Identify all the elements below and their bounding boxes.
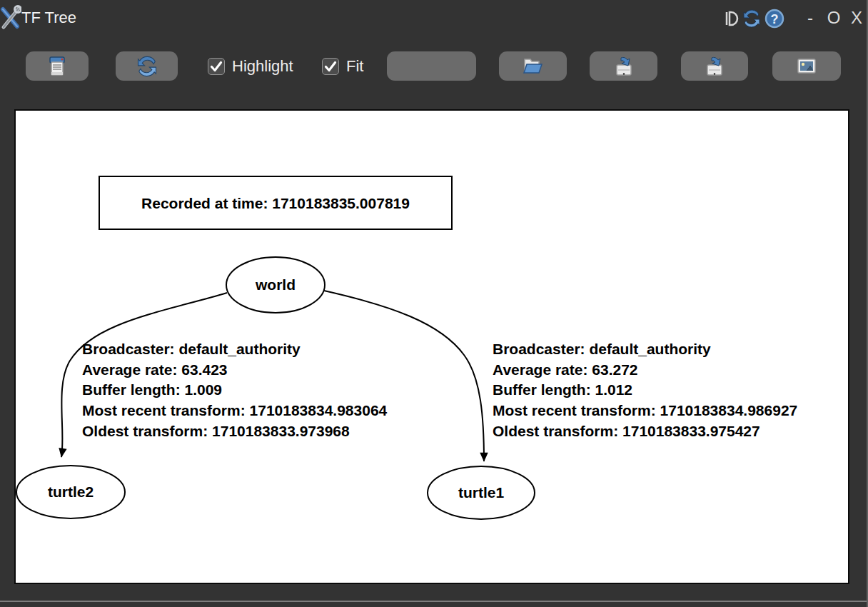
recorded-time-box: Recorded at time: 1710183835.007819	[99, 176, 452, 229]
save-svg-button[interactable]	[681, 51, 748, 81]
folder-open-icon	[520, 55, 546, 78]
node-label: turtle1	[458, 484, 505, 501]
filter-input[interactable]	[387, 51, 476, 81]
node-label: turtle2	[48, 483, 94, 500]
close-button[interactable]: X	[846, 0, 867, 37]
edge-label-line: Average rate: 63.423	[82, 361, 228, 378]
print-button[interactable]	[26, 51, 89, 81]
tf-graph-canvas[interactable]: Recorded at time: 1710183835.007819 Broa…	[14, 109, 849, 584]
node-world[interactable]: world	[226, 257, 325, 313]
node-label: world	[255, 276, 296, 293]
save-image-button[interactable]	[772, 51, 841, 81]
tf-tree-window: TF Tree ? - O X	[0, 0, 868, 607]
edge-label-line: Buffer length: 1.009	[82, 381, 222, 398]
fit-checkbox[interactable]	[322, 58, 339, 75]
edge-label-turtle1: Broadcaster: default_authority Average r…	[493, 341, 797, 439]
save-dot-icon	[612, 55, 636, 78]
recorded-time-label: Recorded at time: 1710183835.007819	[141, 195, 410, 211]
help-icon[interactable]: ?	[764, 8, 785, 29]
highlight-label[interactable]: Highlight	[232, 51, 293, 81]
save-dot-button[interactable]	[590, 51, 657, 81]
save-svg-icon	[702, 55, 727, 78]
titlebar: TF Tree ? - O X	[0, 0, 867, 37]
refresh-button[interactable]	[116, 51, 178, 81]
edge-label-line: Most recent transform: 1710183834.983064	[82, 402, 388, 418]
node-turtle1[interactable]: turtle1	[428, 466, 535, 519]
highlight-checkbox[interactable]	[208, 58, 225, 75]
edge-label-line: Oldest transform: 1710183833.975427	[493, 423, 760, 439]
edge-label-turtle2: Broadcaster: default_authority Average r…	[82, 341, 388, 439]
check-icon	[209, 59, 223, 74]
edge-label-line: Broadcaster: default_authority	[493, 341, 711, 357]
printer-icon	[45, 55, 69, 78]
edge-label-line: Average rate: 63.272	[493, 361, 638, 378]
rqt-tools-icon	[0, 5, 21, 31]
reload-plugin-icon[interactable]	[741, 8, 762, 29]
help-glyph: ?	[771, 12, 779, 26]
maximize-button[interactable]: O	[823, 0, 844, 37]
fit-label[interactable]: Fit	[346, 51, 363, 81]
window-bottom-edge	[0, 601, 867, 602]
dock-icon[interactable]	[721, 8, 742, 29]
node-turtle2[interactable]: turtle2	[16, 466, 125, 518]
edge-label-line: Broadcaster: default_authority	[82, 341, 301, 357]
image-icon	[794, 56, 819, 77]
window-title: TF Tree	[21, 0, 76, 37]
edge-label-line: Oldest transform: 1710183833.973968	[82, 423, 350, 439]
edge-label-line: Buffer length: 1.012	[493, 381, 632, 398]
refresh-icon	[135, 54, 159, 79]
load-dot-button[interactable]	[499, 51, 567, 81]
minimize-button[interactable]: -	[799, 0, 821, 37]
check-icon	[323, 59, 338, 74]
edge-label-line: Most recent transform: 1710183834.986927	[493, 402, 797, 418]
